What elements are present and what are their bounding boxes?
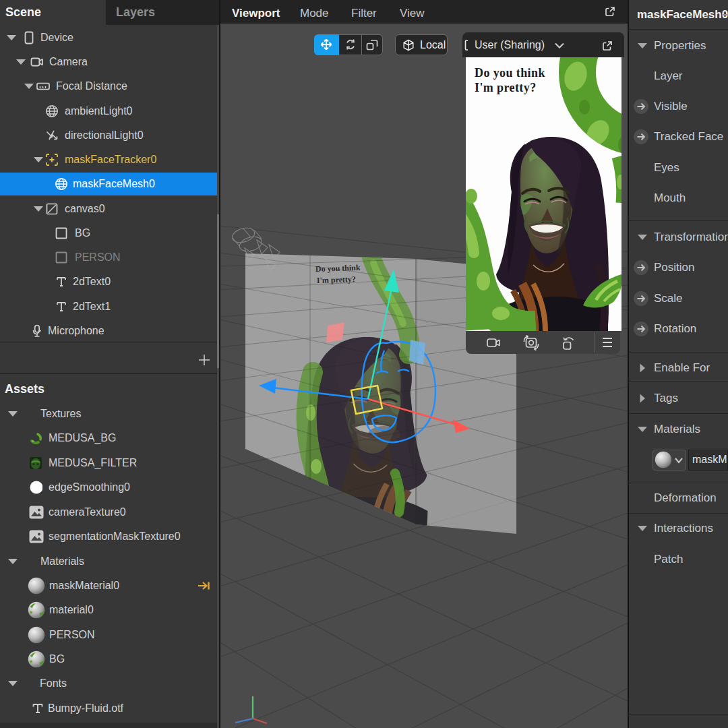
svg-text:Do you think: Do you think <box>475 66 545 80</box>
svg-text:I'm pretty?: I'm pretty? <box>317 274 357 285</box>
svg-text:I'm pretty?: I'm pretty? <box>475 81 537 94</box>
svg-text:Do you think: Do you think <box>315 263 361 274</box>
